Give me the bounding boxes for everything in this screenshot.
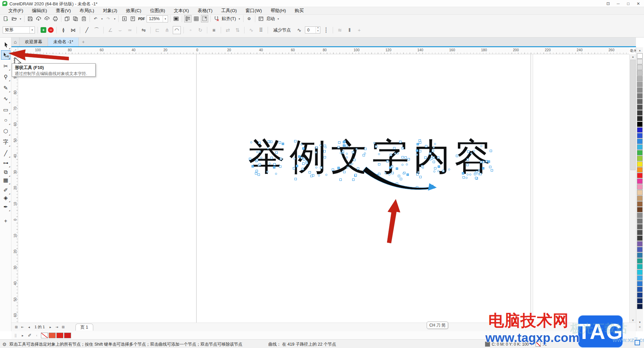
import-button[interactable]: [121, 15, 128, 22]
add-more-button[interactable]: +: [355, 26, 363, 34]
doc-palette-swatch-3[interactable]: [64, 333, 71, 338]
new-document-button[interactable]: [2, 15, 9, 22]
palette-swatch-24[interactable]: [637, 190, 643, 195]
launch-menu[interactable]: 启动: [266, 16, 276, 22]
palette-swatch-3[interactable]: [637, 70, 643, 76]
smooth-node-button[interactable]: ⌣: [116, 26, 124, 34]
boundary-icon[interactable]: ≋: [336, 26, 344, 34]
palette-swatch-10[interactable]: [637, 110, 643, 116]
redo-button-caret[interactable]: ▾: [113, 17, 116, 20]
palette-swatch-40[interactable]: [637, 281, 643, 286]
fullscreen-preview-button[interactable]: [172, 15, 180, 22]
palette-swatch-35[interactable]: [637, 253, 643, 258]
menu-item-10[interactable]: 窗口(W): [241, 7, 266, 14]
undo-button-caret[interactable]: ▾: [100, 17, 104, 20]
reflect-vertical-button[interactable]: ⇅: [233, 26, 241, 34]
last-page-button[interactable]: ⇥: [54, 324, 60, 330]
launch-menu-caret[interactable]: ▾: [277, 17, 280, 20]
palette-swatch-37[interactable]: [637, 264, 643, 269]
connector-tool[interactable]: ⊶: [1, 158, 10, 167]
palette-swatch-41[interactable]: [637, 287, 643, 292]
palette-scroll-down-button[interactable]: ▾: [636, 321, 643, 324]
curve-smoothness-input-steppers[interactable]: ▲▼: [316, 27, 320, 33]
symmetrical-node-button[interactable]: ≃: [126, 26, 134, 34]
two-point-line-tool[interactable]: ∿: [1, 94, 10, 103]
convert-to-line-button[interactable]: ╱: [83, 26, 91, 34]
outline-pen-tool[interactable]: ✒: [1, 202, 10, 211]
reduce-nodes-button[interactable]: 减少节点: [271, 26, 293, 34]
menu-item-0[interactable]: 文件(F): [4, 7, 28, 14]
join-nodes-button[interactable]: ≬: [59, 26, 67, 34]
palette-swatch-2[interactable]: [637, 65, 643, 70]
ruler-origin-button[interactable]: ⤢: [11, 47, 18, 54]
reverse-direction-button[interactable]: ⇋: [140, 26, 148, 34]
palette-swatch-28[interactable]: [637, 213, 643, 218]
palette-swatch-30[interactable]: [637, 224, 643, 229]
tab-welcome-screen[interactable]: 欢迎屏幕: [19, 38, 48, 46]
minimize-button[interactable]: ─: [613, 0, 623, 7]
cloud-upload-button[interactable]: [43, 15, 51, 22]
palette-swatch-4[interactable]: [637, 76, 643, 81]
extend-curve-button[interactable]: ⊏: [153, 26, 161, 34]
shape-preset-combo[interactable]: 矩形▾: [3, 26, 35, 33]
rotate-nodes-button[interactable]: ↻: [196, 26, 204, 34]
pick-tool[interactable]: [1, 40, 10, 49]
maximize-button[interactable]: □: [623, 0, 633, 7]
add-node-button[interactable]: +: [41, 27, 46, 33]
drawing-canvas[interactable]: 举例文字内容: [18, 54, 629, 323]
curve-smoothness-icon[interactable]: ∿: [295, 26, 303, 34]
open-button[interactable]: [10, 15, 18, 22]
print-button[interactable]: [52, 15, 59, 22]
doc-palette-swatch-0[interactable]: [41, 333, 48, 338]
palette-swatch-18[interactable]: [637, 156, 643, 161]
page-tab[interactable]: 页 1: [75, 324, 93, 331]
ellipse-tool[interactable]: ○: [1, 116, 10, 125]
palette-swatch-34[interactable]: [637, 247, 643, 252]
menu-item-8[interactable]: 表格(T): [193, 7, 217, 14]
palette-swatch-5[interactable]: [637, 82, 643, 87]
new-tab-button[interactable]: +: [79, 38, 88, 46]
palette-swatch-43[interactable]: [637, 298, 643, 303]
menu-item-12[interactable]: 购买: [290, 7, 308, 14]
paste-button[interactable]: [80, 15, 88, 22]
palette-flyout-button[interactable]: ▸: [20, 332, 25, 338]
palette-swatch-14[interactable]: [637, 133, 643, 138]
welcome-screen-button[interactable]: ⊡: [603, 0, 613, 7]
text-tool[interactable]: 字: [1, 137, 10, 147]
tab-untitled-document[interactable]: 未命名 -1*: [48, 38, 79, 46]
palette-swatch-16[interactable]: [637, 144, 643, 150]
snap-to-menu[interactable]: 贴齐(T): [221, 16, 237, 22]
palette-swatch-36[interactable]: [637, 258, 643, 264]
open-button-caret[interactable]: ▾: [19, 17, 22, 20]
show-grid-button[interactable]: [193, 15, 200, 22]
snap-off-button[interactable]: [213, 15, 220, 22]
zoom-tool[interactable]: ⚲: [1, 72, 10, 81]
show-rulers-button[interactable]: [184, 15, 192, 22]
home-tab[interactable]: ⌂: [11, 38, 19, 46]
break-nodes-button[interactable]: ⋈: [69, 26, 77, 34]
palette-swatch-20[interactable]: [637, 167, 643, 172]
palette-swatch-29[interactable]: [637, 218, 643, 224]
palette-swatch-19[interactable]: [637, 161, 643, 167]
text-object[interactable]: 举例文字内容: [248, 137, 496, 177]
palette-swatch-1[interactable]: [637, 59, 643, 64]
export-button[interactable]: [129, 15, 137, 22]
palette-swatch-11[interactable]: [637, 116, 643, 121]
palette-swatch-44[interactable]: [637, 304, 643, 309]
snap-to-menu-caret[interactable]: ▾: [238, 17, 241, 20]
cusp-node-button[interactable]: ∠: [106, 26, 114, 34]
vertical-scrollbar[interactable]: ▴ ▾: [629, 54, 636, 323]
palette-swatch-32[interactable]: [637, 235, 643, 241]
dimension-tool[interactable]: ╱: [1, 148, 10, 158]
palette-collapse-button[interactable]: ‹: [34, 332, 40, 338]
doc-palette-swatch-2[interactable]: [56, 333, 63, 338]
palette-swatch-23[interactable]: [637, 184, 643, 190]
add-tool-button[interactable]: +: [1, 216, 10, 226]
add-page-button[interactable]: ⊞: [60, 324, 66, 330]
polygon-tool[interactable]: ⬡: [1, 126, 10, 136]
menu-item-5[interactable]: 效果(C): [122, 7, 146, 14]
palette-drag-handle[interactable]: ⣿: [13, 332, 18, 338]
menu-item-1[interactable]: 编辑(E): [28, 7, 51, 14]
menu-item-2[interactable]: 查看(V): [51, 7, 75, 14]
palette-swatch-31[interactable]: [637, 230, 643, 235]
